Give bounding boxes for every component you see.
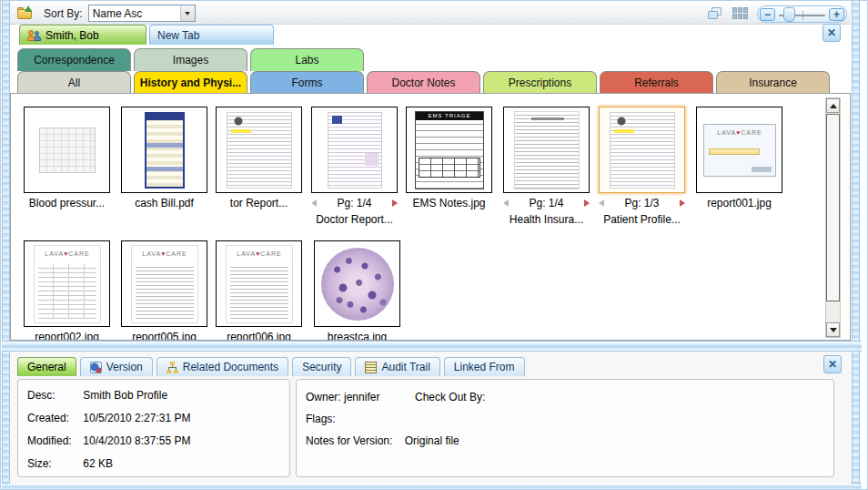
left-splitter[interactable] xyxy=(2,1,10,490)
document-cash-bill: cash Bill.pdf xyxy=(121,107,207,209)
brand-text: CARE xyxy=(260,250,281,257)
tab-label: Forms xyxy=(292,77,323,89)
tab-insurance[interactable]: Insurance xyxy=(716,71,830,93)
notes-field: Notes for Version: Original file xyxy=(306,434,459,447)
tab-prescriptions[interactable]: Prescriptions xyxy=(483,71,597,93)
previous-page-icon[interactable] xyxy=(599,199,604,207)
scroll-up-button[interactable] xyxy=(826,98,840,113)
tab-version[interactable]: Version xyxy=(80,357,153,376)
document-name: report002.jpg xyxy=(24,331,110,341)
zoom-slider-thumb[interactable] xyxy=(783,7,795,22)
details-tab-bar: General Version Related Documents Securi… xyxy=(17,357,525,376)
document-name: report001.jpg xyxy=(696,197,782,209)
document-thumbnail[interactable] xyxy=(503,107,590,193)
tab-related-documents[interactable]: Related Documents xyxy=(156,357,288,376)
folder-icon[interactable] xyxy=(17,7,33,19)
lava-table-preview: LAVACARE xyxy=(34,245,101,323)
tab-all[interactable]: All xyxy=(17,71,131,93)
sort-select-value: Name Asc xyxy=(89,7,180,20)
tab-new-tab[interactable]: New Tab xyxy=(149,25,274,45)
zoom-in-button[interactable]: + xyxy=(829,8,844,21)
close-tab-button[interactable]: ✕ xyxy=(823,24,841,42)
folder-icon-arrow xyxy=(25,5,32,12)
document-thumbnail[interactable] xyxy=(314,240,400,327)
lava-care-brand: LAVACARE xyxy=(704,129,775,136)
document-thumbnail[interactable] xyxy=(216,107,302,193)
grid-cell xyxy=(738,7,742,13)
text-doc-preview xyxy=(514,111,580,189)
document-thumbnail[interactable] xyxy=(121,107,207,193)
right-splitter[interactable] xyxy=(852,1,860,490)
vertical-scrollbar[interactable] xyxy=(825,97,841,338)
version-icon xyxy=(90,362,102,373)
tab-label: Related Documents xyxy=(183,361,278,373)
scroll-down-button[interactable] xyxy=(826,322,840,337)
brand-text: LAVA xyxy=(142,250,161,257)
zoom-out-button[interactable]: − xyxy=(760,8,775,21)
page-navigator: Pg: 1/4 xyxy=(503,197,590,209)
patient-icon-part xyxy=(27,36,35,41)
document-thumbnail[interactable]: LAVACARE xyxy=(696,107,782,193)
horizontal-splitter[interactable] xyxy=(2,341,862,352)
tab-label: Version xyxy=(106,361,143,373)
document-thumbnail[interactable]: LAVACARE xyxy=(216,240,302,327)
document-name: Health Insura... xyxy=(503,213,590,226)
tab-smith-bob[interactable]: Smith, Bob xyxy=(19,25,146,45)
tab-history-and-physical[interactable]: History and Physi... xyxy=(134,71,247,93)
tab-label: Smith, Bob xyxy=(45,29,99,42)
previous-page-icon[interactable] xyxy=(503,199,509,207)
tab-label: Prescriptions xyxy=(509,77,571,89)
close-details-button[interactable]: ✕ xyxy=(823,355,842,373)
tab-correspondence[interactable]: Correspondence xyxy=(17,48,131,71)
brand-text: CARE xyxy=(166,250,187,257)
document-report002: LAVACARE report002.jpg xyxy=(24,240,110,341)
histology-image xyxy=(321,248,394,321)
tab-label: All xyxy=(68,77,80,89)
grid-cell xyxy=(743,7,748,13)
previous-page-icon[interactable] xyxy=(311,199,317,207)
next-page-icon[interactable] xyxy=(680,199,685,207)
document-thumbnail[interactable]: EMS TRIAGE xyxy=(406,107,492,193)
tab-images[interactable]: Images xyxy=(134,48,247,71)
notes-value: Original file xyxy=(405,434,459,447)
document-thumbnail-selected[interactable] xyxy=(599,107,685,193)
document-thumbnail[interactable] xyxy=(311,107,398,193)
details-panel: General Version Related Documents Securi… xyxy=(10,352,851,484)
tab-security[interactable]: Security xyxy=(292,357,351,376)
scrollbar-thumb[interactable] xyxy=(826,114,840,301)
tab-referrals[interactable]: Referrals xyxy=(600,71,713,93)
document-blood-pressure: Blood pressur... xyxy=(24,107,110,209)
tab-doctor-notes[interactable]: Doctor Notes xyxy=(367,71,480,93)
document-name: Patient Profile... xyxy=(599,213,685,226)
tab-forms[interactable]: Forms xyxy=(250,71,364,93)
next-page-icon[interactable] xyxy=(584,199,590,207)
created-field: Created: 10/5/2010 2:27:31 PM xyxy=(27,412,190,424)
tab-labs[interactable]: Labs xyxy=(250,48,364,71)
tab-label: Doctor Notes xyxy=(391,77,455,89)
related-documents-icon xyxy=(167,362,178,373)
document-thumbnail[interactable]: LAVACARE xyxy=(24,240,110,327)
button-graphic xyxy=(752,167,772,172)
checkout-field: Check Out By: xyxy=(415,391,489,403)
document-thumbnail[interactable]: LAVACARE xyxy=(121,240,207,327)
page-navigator: Pg: 1/3 xyxy=(599,197,685,209)
tab-general[interactable]: General xyxy=(17,357,76,376)
sort-select[interactable]: Name Asc xyxy=(88,5,196,22)
document-tor-report: tor Report... xyxy=(216,107,302,209)
category-tab-row-2: All History and Physi... Forms Doctor No… xyxy=(17,71,830,93)
thumbnail-view-icon[interactable] xyxy=(732,7,748,21)
cascade-view-icon[interactable] xyxy=(708,7,723,21)
arrow-up-icon xyxy=(830,104,837,108)
next-page-icon[interactable] xyxy=(392,199,398,207)
toolbar: Sort By: Name Asc − + xyxy=(10,3,851,25)
page-indicator: Pg: 1/4 xyxy=(529,197,563,209)
document-breastca: breastca.jpg xyxy=(314,240,400,341)
tab-label: Linked From xyxy=(454,361,515,373)
text-lines-graphic xyxy=(230,264,288,319)
sort-select-dropdown-button[interactable] xyxy=(180,5,195,21)
document-thumbnail[interactable] xyxy=(24,107,110,193)
cascade-view-icon-front xyxy=(708,11,718,19)
tab-linked-from[interactable]: Linked From xyxy=(444,357,525,376)
tab-audit-trail[interactable]: Audit Trail xyxy=(355,357,439,376)
desc-value: Smith Bob Profile xyxy=(83,389,167,402)
